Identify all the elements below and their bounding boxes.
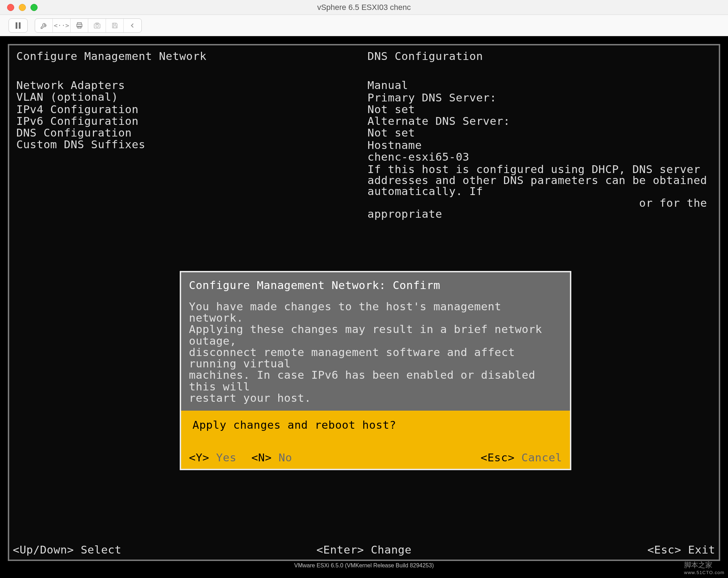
pause-button[interactable]: [9, 18, 28, 33]
printer-icon: [75, 22, 83, 29]
footer-left: <Up/Down> Select: [13, 543, 247, 556]
no-button[interactable]: <N> No: [251, 451, 292, 464]
toolbar: <··>: [0, 15, 728, 36]
footer-center: <Enter> Change: [247, 543, 481, 556]
alternate-dns-value: Not set: [368, 127, 712, 139]
wrench-button[interactable]: [35, 19, 53, 32]
dialog-title: Configure Management Network: Confirm: [189, 279, 562, 291]
hostname-label: Hostname: [368, 139, 712, 151]
dns-help-text-1: If this host is configured using DHCP, D…: [368, 163, 712, 197]
svg-rect-7: [113, 26, 116, 28]
camera-button[interactable]: [88, 19, 106, 32]
toolbar-group: <··>: [35, 18, 142, 33]
svg-rect-2: [78, 26, 81, 28]
console-footer: <Up/Down> Select <Enter> Change <Esc> Ex…: [9, 540, 719, 560]
svg-rect-6: [113, 23, 116, 24]
right-header: DNS Configuration: [368, 50, 712, 62]
code-icon: <··>: [54, 22, 69, 29]
dns-help-text-2: or for the appropriate: [368, 197, 712, 220]
content-area: Configure Management Network DNS Configu…: [0, 36, 728, 578]
printer-button[interactable]: [71, 19, 88, 32]
menu-item-dns[interactable]: DNS Configuration: [16, 127, 368, 139]
primary-dns-value: Not set: [368, 104, 712, 115]
app-window: vSphere 6.5 ESXI03 chenc <··>: [0, 0, 728, 578]
menu-item-ipv4[interactable]: IPv4 Configuration: [16, 104, 368, 115]
dns-mode: Manual: [368, 79, 712, 91]
window-title: vSphere 6.5 ESXI03 chenc: [0, 3, 728, 12]
dialog-buttons: <Y> Yes <N> No <Esc> Cancel: [189, 451, 562, 464]
yes-button[interactable]: <Y> Yes: [189, 451, 236, 464]
wrench-icon: [40, 22, 48, 29]
menu-item-network-adapters[interactable]: Network Adapters: [16, 79, 368, 91]
esxi-version-line: VMware ESXi 6.5.0 (VMKernel Release Buil…: [8, 561, 720, 570]
menu-item-vlan[interactable]: VLAN (optional): [16, 91, 368, 103]
pause-icon: [15, 22, 21, 29]
cancel-button[interactable]: <Esc> Cancel: [481, 451, 562, 464]
confirm-dialog: Configure Management Network: Confirm Yo…: [180, 271, 571, 470]
watermark: 脚本之家 www.51CTO.com: [684, 560, 724, 575]
code-button[interactable]: <··>: [53, 19, 71, 32]
dialog-prompt: Apply changes and reboot host?: [189, 418, 562, 431]
hostname-value: chenc-esxi65-03: [368, 151, 712, 163]
footer-right: <Esc> Exit: [481, 543, 715, 556]
chevron-left-icon: [130, 22, 135, 29]
svg-point-4: [96, 24, 98, 27]
primary-dns-label: Primary DNS Server:: [368, 92, 712, 104]
floppy-button[interactable]: [106, 19, 124, 32]
titlebar: vSphere 6.5 ESXI03 chenc: [0, 0, 728, 15]
floppy-icon: [111, 22, 118, 29]
esxi-console[interactable]: Configure Management Network DNS Configu…: [8, 44, 720, 561]
left-header: Configure Management Network: [16, 50, 368, 62]
menu-item-custom-dns[interactable]: Custom DNS Suffixes: [16, 139, 368, 150]
menu-item-ipv6[interactable]: IPv6 Configuration: [16, 115, 368, 127]
camera-icon: [93, 22, 101, 29]
dialog-body: You have made changes to the host's mana…: [189, 301, 562, 404]
svg-rect-5: [96, 23, 98, 24]
console-header: Configure Management Network DNS Configu…: [9, 45, 719, 67]
alternate-dns-label: Alternate DNS Server:: [368, 115, 712, 127]
back-button[interactable]: [124, 19, 141, 32]
